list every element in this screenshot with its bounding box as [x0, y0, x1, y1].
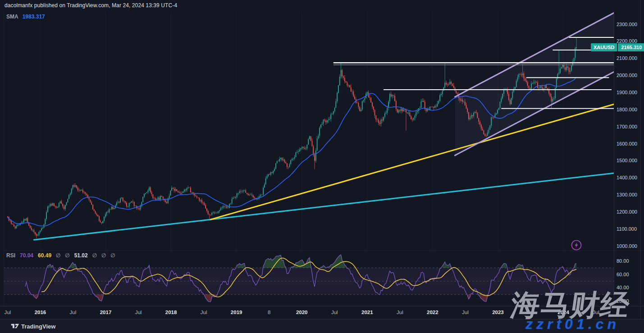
time-axis-label-Jul: Jul [331, 310, 338, 315]
time-axis-label-2021: 2021 [361, 310, 373, 315]
chart-canvas[interactable] [0, 0, 644, 333]
flash-badge-icon [571, 239, 582, 251]
price-axis-border [614, 11, 614, 306]
left-pane-border [4, 11, 4, 306]
time-axis-label-2019: 2019 [231, 310, 242, 315]
time-axis-label-Jul: Jul [5, 310, 11, 315]
candle-bodies-up [16, 47, 577, 236]
rsi-legend-title: RSI [6, 252, 15, 259]
price-axis-label: 1100.000 [617, 226, 637, 232]
rsi-legend-value: 70.04 [20, 252, 33, 259]
price-axis-label: 1800.000 [617, 107, 637, 112]
time-axis-label-Jul: Jul [462, 310, 469, 315]
price-axis-label: 2300.000 [617, 22, 637, 27]
price-axis-label: 1500.000 [617, 158, 637, 163]
time-axis-label-Jul: Jul [201, 310, 207, 315]
symbol-label: XAUUSD [591, 43, 617, 51]
rsi-legend-value: 51.02 [74, 252, 88, 259]
price-axis-label: 1400.000 [617, 175, 637, 180]
rsi-extreme-fill [237, 264, 245, 268]
rsi-legend-value: ∅ [65, 252, 69, 259]
main-price-pane[interactable] [7, 11, 614, 251]
price-axis-label: 1600.000 [617, 141, 637, 146]
rsi-legend[interactable]: RSI 70.0460.49∅∅51.02∅∅∅ [6, 252, 115, 259]
last-price-tag: XAUUSD 2165.310 [591, 43, 644, 51]
time-axis-label-Jul: Jul [397, 310, 403, 315]
rsi-legend-value: ∅ [56, 252, 60, 259]
rsi-legend-values: 70.0460.49∅∅51.02∅∅∅ [20, 252, 115, 259]
cyan-support-trendline[interactable] [34, 173, 614, 240]
time-axis-label-2022: 2022 [427, 310, 438, 315]
price-axis-label: 1200.000 [617, 209, 637, 214]
price-axis-label: 2000.000 [617, 73, 637, 78]
rsi-legend-value: ∅ [92, 252, 97, 259]
time-axis-label-Jul: Jul [135, 310, 142, 315]
rsi-axis-label: 60.00 [617, 272, 629, 277]
sma-legend[interactable]: SMA1983.317 [6, 14, 45, 20]
price-axis-label: 1000.000 [617, 243, 637, 249]
price-axis-label: 1900.000 [617, 90, 637, 95]
tradingview-brand-label[interactable]: TradingView [21, 323, 55, 330]
price-axis-label: 1300.000 [617, 192, 637, 197]
price-axis-label: 2100.000 [617, 55, 637, 61]
rsi-legend-value: ∅ [110, 252, 115, 259]
time-axis-label-2017: 2017 [100, 310, 112, 315]
tradingview-logo-icon[interactable] [11, 323, 19, 329]
last-price-value: 2165.310 [618, 43, 644, 51]
candle-wicks-up [16, 37, 576, 236]
time-axis-label-8: 8 [268, 310, 270, 315]
sma-legend-title: SMA [6, 14, 18, 20]
rsi-legend-value: ∅ [101, 252, 106, 259]
rsi-legend-value: 60.49 [38, 252, 51, 259]
time-axis-label-2016: 2016 [35, 310, 46, 315]
pane-separator-main-rsi[interactable] [4, 251, 644, 251]
time-axis-label-2018: 2018 [165, 310, 177, 315]
time-axis-label-2020: 2020 [296, 310, 308, 315]
price-axis-label: 1700.000 [617, 124, 637, 129]
sma-legend-value: 1983.317 [23, 14, 45, 20]
time-axis-label-Jul: Jul [70, 310, 77, 315]
rsi-axis-label: 80.00 [617, 258, 629, 264]
publish-info: dacolmanfx published on TradingView.com,… [5, 2, 177, 9]
tradingview-published-chart: dacolmanfx published on TradingView.com,… [0, 0, 644, 333]
time-axis-label-2023: 2023 [492, 310, 504, 315]
watermark-url: zzrt01.cn [525, 316, 620, 333]
